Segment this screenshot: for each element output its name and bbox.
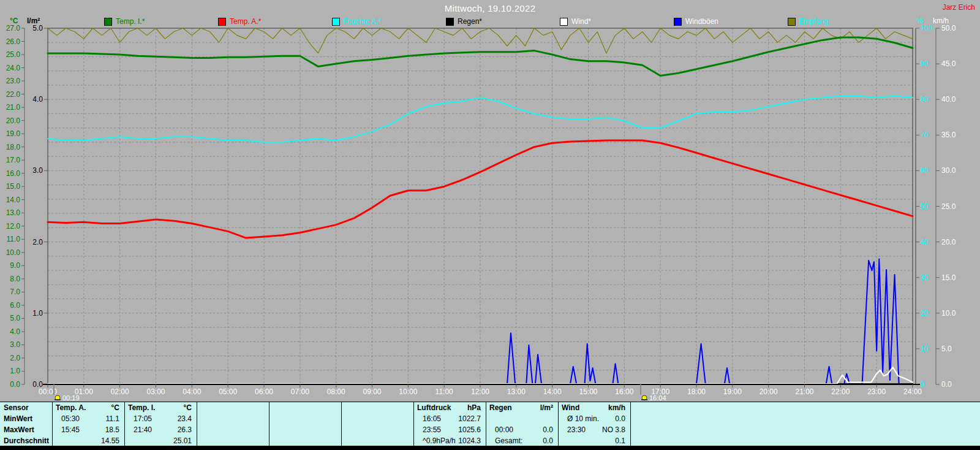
table-cell bbox=[197, 424, 269, 435]
table-cell bbox=[341, 435, 413, 446]
percent-tick-label: 10 bbox=[921, 345, 929, 353]
table-column-empty-1 bbox=[197, 402, 269, 446]
table-cell: 23:30NO 3.8 bbox=[558, 424, 630, 435]
lpm2-tick-label: 3.0 bbox=[32, 166, 43, 175]
kmh-tick-label: 10.0 bbox=[941, 309, 956, 318]
table-cell: 14.55 bbox=[52, 435, 124, 446]
table-cell bbox=[269, 435, 341, 446]
kmh-tick-label: 15.0 bbox=[941, 273, 956, 282]
celsius-tick-label: 7.0 bbox=[10, 288, 20, 296]
column-unit: hPa bbox=[467, 402, 481, 413]
hour-tick-label: 24:00 bbox=[903, 387, 922, 396]
table-column-header: Windkm/h bbox=[558, 402, 630, 413]
table-cell bbox=[197, 413, 269, 424]
hour-tick-label: 11:00 bbox=[435, 387, 453, 396]
celsius-tick-label: 17.0 bbox=[6, 156, 21, 164]
lpm2-tick-label: 2.0 bbox=[32, 238, 43, 246]
table-row-label-sensor: Sensor bbox=[4, 402, 29, 413]
table-column-wind: Windkm/hØ 10 min.0.023:30NO 3.80.1 bbox=[558, 402, 630, 446]
celsius-tick-label: 6.0 bbox=[10, 301, 20, 310]
hour-tick-label: 20:00 bbox=[760, 387, 778, 396]
hour-tick-label: 19:00 bbox=[723, 387, 742, 396]
hour-tick-label: 22:00 bbox=[831, 387, 850, 396]
celsius-tick-label: 5.0 bbox=[10, 314, 20, 322]
table-column-header: Temp. A.°C bbox=[52, 402, 124, 413]
table-cell: Gesamt:0.0 bbox=[486, 435, 558, 446]
cell-value: 11.1 bbox=[106, 413, 119, 424]
kmh-tick-label: 5.0 bbox=[941, 345, 952, 353]
cell-value: 0.1 bbox=[615, 435, 625, 446]
table-cell bbox=[341, 413, 413, 424]
column-name: Luftdruck bbox=[417, 402, 451, 413]
weather-app-window: Mittwoch, 19.10.2022 Jarz Erich °C l/m² … bbox=[0, 0, 980, 450]
table-row-label-maxwert: MaxWert bbox=[4, 424, 34, 435]
percent-tick-label: 30 bbox=[921, 273, 929, 282]
table-cell bbox=[197, 435, 269, 446]
table-cell bbox=[486, 413, 558, 424]
table-column-luftdruck: LuftdruckhPa16:051022.723:551025.6^0.9hP… bbox=[413, 402, 486, 446]
celsius-tick-label: 2.0 bbox=[10, 354, 20, 362]
table-cell: 21:4026.3 bbox=[124, 424, 197, 435]
table-column-header: Temp. I.°C bbox=[124, 402, 197, 413]
column-name: Temp. A. bbox=[56, 402, 86, 413]
weather-chart[interactable]: 0.01.02.03.04.05.06.07.08.09.010.011.012… bbox=[0, 0, 980, 402]
table-cell: 15:4518.5 bbox=[52, 424, 124, 435]
table-cell: 05:3011.1 bbox=[52, 413, 124, 424]
celsius-tick-label: 0.0 bbox=[10, 380, 20, 389]
cell-value: 23.4 bbox=[178, 413, 192, 424]
celsius-tick-label: 24.0 bbox=[6, 64, 21, 72]
celsius-tick-label: 14.0 bbox=[6, 196, 21, 204]
celsius-tick-label: 27.0 bbox=[6, 24, 21, 32]
cell-time: Ø 10 min. bbox=[567, 413, 599, 424]
hour-tick-label: 18:00 bbox=[687, 387, 706, 396]
cell-value: 14.55 bbox=[101, 435, 119, 446]
cell-time: 15:45 bbox=[61, 424, 80, 435]
celsius-tick-label: 18.0 bbox=[6, 143, 21, 151]
hour-tick-label: 06:00 bbox=[255, 387, 273, 396]
lpm2-tick-label: 5.0 bbox=[32, 24, 43, 32]
percent-tick-label: 40 bbox=[921, 238, 929, 246]
celsius-tick-label: 8.0 bbox=[10, 275, 20, 283]
table-column-header bbox=[341, 402, 413, 413]
hour-tick-label: 16:00 bbox=[615, 387, 633, 396]
table-cell: 00:000.0 bbox=[486, 424, 558, 435]
celsius-tick-label: 9.0 bbox=[10, 261, 20, 270]
kmh-tick-label: 25.0 bbox=[941, 202, 956, 211]
celsius-tick-label: 19.0 bbox=[6, 129, 21, 138]
celsius-tick-label: 10.0 bbox=[6, 248, 21, 257]
hour-tick-label: 03:00 bbox=[146, 387, 165, 396]
cell-value: 1024.3 bbox=[458, 435, 481, 446]
cell-value: 25.01 bbox=[173, 435, 192, 446]
table-column-header bbox=[269, 402, 341, 413]
cell-value: 0.0 bbox=[615, 413, 625, 424]
statistics-table: SensorMinWertMaxWertDurchschnittTemp. A.… bbox=[0, 402, 980, 446]
kmh-tick-label: 35.0 bbox=[941, 131, 956, 139]
cell-value: 26.3 bbox=[178, 424, 192, 435]
percent-tick-label: 90 bbox=[921, 59, 929, 68]
column-name: Temp. I. bbox=[128, 402, 155, 413]
kmh-tick-label: 40.0 bbox=[941, 95, 956, 104]
hour-tick-label: 10:00 bbox=[399, 387, 417, 396]
table-cell: ^0.9hPa/h1024.3 bbox=[413, 435, 486, 446]
kmh-tick-label: 30.0 bbox=[941, 166, 956, 175]
hour-tick-label: 14:00 bbox=[543, 387, 562, 396]
kmh-tick-label: 50.0 bbox=[941, 24, 956, 32]
column-unit: °C bbox=[184, 402, 192, 413]
time-marker-label: 16:04 bbox=[649, 394, 666, 402]
table-row-label-minwert: MinWert bbox=[4, 413, 32, 424]
column-name: Regen bbox=[489, 402, 512, 413]
cell-value: 0.0 bbox=[543, 435, 553, 446]
series-windboeen bbox=[48, 259, 913, 384]
table-cell: 23:551025.6 bbox=[413, 424, 486, 435]
cell-value: NO 3.8 bbox=[602, 424, 625, 435]
table-column-temp-a: Temp. A.°C05:3011.115:4518.514.55 bbox=[52, 402, 124, 446]
table-cell bbox=[341, 424, 413, 435]
celsius-tick-label: 13.0 bbox=[6, 208, 21, 217]
cell-value: 0.0 bbox=[543, 424, 553, 435]
percent-tick-label: 50 bbox=[921, 202, 929, 211]
hour-tick-label: 09:00 bbox=[363, 387, 381, 396]
cell-time: 00:00 bbox=[495, 424, 513, 435]
table-column-header: Regenl/m² bbox=[486, 402, 558, 413]
celsius-tick-label: 26.0 bbox=[6, 37, 21, 46]
hour-tick-label: 04:00 bbox=[183, 387, 201, 396]
